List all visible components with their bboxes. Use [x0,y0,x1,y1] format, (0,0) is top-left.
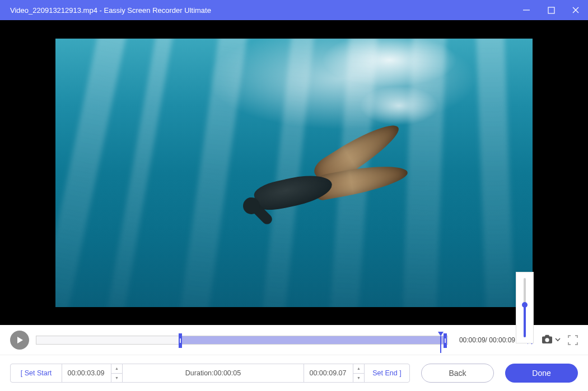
title-separator: - [97,6,104,15]
end-time-field[interactable]: 00:00:09.07 ▲ ▼ [304,364,365,382]
start-time-up[interactable]: ▲ [111,364,122,374]
set-start-button[interactable]: [ Set Start [11,364,62,382]
video-preview-area [0,20,588,325]
total-time: 00:00:09 [489,336,515,344]
start-time-value: 00:00:03.09 [67,369,104,377]
start-time-down[interactable]: ▼ [111,374,122,383]
maximize-icon[interactable] [545,4,557,16]
set-end-button[interactable]: Set End ] [365,364,409,382]
svg-rect-1 [548,7,554,13]
fullscreen-icon[interactable] [568,335,578,345]
end-time-down[interactable]: ▼ [353,374,364,383]
title-appname: Eassiy Screen Recorder Ultimate [104,6,211,15]
video-frame[interactable] [55,39,533,307]
duration-display: Duration:00:00:05 [123,364,304,382]
end-time-value: 00:00:09.07 [309,369,346,377]
done-label: Done [532,369,550,378]
playbar: 00:00:09/ 00:00:09 [0,325,588,355]
minimize-icon[interactable] [521,4,532,16]
camera-icon [541,334,553,346]
back-button[interactable]: Back [421,364,494,383]
bottombar: [ Set Start 00:00:03.09 ▲ ▼ Duration:00:… [0,355,588,391]
titlebar-text: Video_220913212913.mp4 - Eassiy Screen R… [10,6,521,15]
clip-controls: [ Set Start 00:00:03.09 ▲ ▼ Duration:00:… [10,364,410,383]
volume-slider[interactable] [524,278,526,337]
set-start-label: [ Set Start [21,369,52,377]
back-label: Back [449,369,466,378]
done-button[interactable]: Done [505,364,578,383]
current-time: 00:00:09 [459,336,486,344]
timeline[interactable] [36,334,448,346]
set-end-label: Set End ] [372,369,401,377]
selection-end-handle[interactable] [444,333,447,348]
playhead-icon[interactable] [438,332,444,336]
play-button[interactable] [10,331,29,350]
svg-point-5 [545,338,549,342]
end-time-spinner: ▲ ▼ [353,364,364,382]
timeline-selection [179,336,446,344]
volume-thumb[interactable] [522,302,528,308]
start-time-field[interactable]: 00:00:03.09 ▲ ▼ [62,364,123,382]
start-time-spinner: ▲ ▼ [111,364,122,382]
duration-label: Duration: [185,369,214,377]
time-display: 00:00:09/ 00:00:09 [459,336,515,344]
selection-start-handle[interactable] [179,333,182,348]
volume-popup [516,272,534,343]
title-filename: Video_220913212913.mp4 [10,6,97,15]
screenshot-dropdown[interactable] [541,334,561,346]
end-time-up[interactable]: ▲ [353,364,364,374]
titlebar: Video_220913212913.mp4 - Eassiy Screen R… [0,0,588,20]
duration-value: 00:00:05 [214,369,241,377]
close-icon[interactable] [570,4,581,16]
window-controls [521,4,581,16]
svg-marker-4 [17,337,23,343]
timeline-track[interactable] [36,336,448,345]
chevron-down-icon [554,335,561,345]
